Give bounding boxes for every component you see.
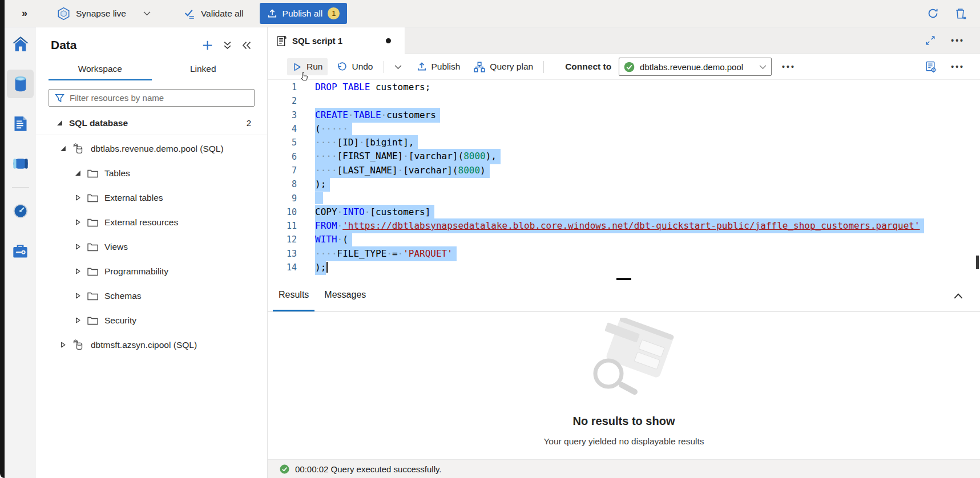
- tab-more-actions-icon[interactable]: •••: [951, 36, 965, 45]
- folder-icon: [87, 242, 98, 252]
- expand-arrow-icon[interactable]: [75, 244, 81, 250]
- branch-mode-label: Synapse live: [76, 9, 126, 19]
- code-line-6[interactable]: 6····[FIRST_NAME]·[varchar](8000),: [268, 149, 980, 163]
- nav-data[interactable]: [5, 67, 36, 100]
- run-button[interactable]: Run: [287, 58, 328, 75]
- expand-arrow-icon[interactable]: [75, 219, 81, 225]
- code-line-5[interactable]: 5····[ID]·[bigint],: [268, 136, 980, 149]
- discard-all-icon[interactable]: [955, 7, 966, 19]
- nav-develop[interactable]: [5, 107, 36, 140]
- query-plan-button[interactable]: Query plan: [469, 58, 538, 76]
- expand-arrow-icon[interactable]: [75, 293, 81, 299]
- expand-arrow-icon[interactable]: [60, 342, 66, 348]
- nav-monitor[interactable]: [5, 195, 36, 228]
- expand-arrow-icon[interactable]: [75, 268, 81, 274]
- tree-root-sql-database[interactable]: SQL database 2: [36, 111, 267, 135]
- nav-home[interactable]: [5, 27, 36, 60]
- tab-results[interactable]: Results: [273, 280, 314, 311]
- line-number: 12: [268, 234, 297, 245]
- code-line-11[interactable]: 11FROM·'https://dbtlabsynapsedatalake.bl…: [268, 219, 980, 233]
- code-line-10[interactable]: 10COPY·INTO·[customers]: [268, 205, 980, 219]
- tree-item[interactable]: Views: [36, 234, 267, 259]
- tree-item[interactable]: External tables: [36, 185, 267, 210]
- collapse-panel-icon[interactable]: [242, 41, 251, 50]
- code-line-9[interactable]: 9: [268, 191, 980, 205]
- collapse-arrow-icon[interactable]: [75, 170, 81, 176]
- tree-item-label: Views: [104, 242, 128, 252]
- line-number: 7: [268, 165, 297, 176]
- branch-mode-selector[interactable]: Synapse live: [57, 7, 151, 21]
- collapse-arrow-icon[interactable]: [60, 145, 66, 152]
- tab-sql-script-1[interactable]: SQL script 1: [268, 27, 405, 54]
- chevron-down-icon: [143, 11, 151, 16]
- publish-upload-icon: [417, 62, 427, 72]
- expand-arrow-icon[interactable]: [75, 317, 81, 323]
- no-results-title: No results to show: [573, 415, 675, 428]
- code-line-1[interactable]: 1DROP TABLE customers;: [268, 80, 980, 94]
- query-plan-icon: [474, 62, 485, 72]
- code-line-3[interactable]: 3CREATE·TABLE·customers: [268, 108, 980, 122]
- folder-icon: [87, 316, 98, 325]
- line-content: ····[FIRST_NAME]·[varchar](8000),: [297, 149, 501, 164]
- editor-more-icon[interactable]: •••: [951, 62, 965, 71]
- tab-linked[interactable]: Linked: [152, 59, 255, 80]
- code-line-8[interactable]: 8);: [268, 177, 980, 191]
- tree-item[interactable]: Tables: [36, 161, 267, 185]
- line-content: ····[ID]·[bigint],: [297, 135, 418, 150]
- validate-all-button[interactable]: Validate all: [184, 8, 244, 19]
- undo-redo-dropdown-icon[interactable]: [389, 61, 407, 73]
- tab-workspace[interactable]: Workspace: [49, 59, 152, 80]
- code-line-7[interactable]: 7····[LAST_NAME]·[varchar](8000): [268, 164, 980, 177]
- results-tabbar: Results Messages: [268, 280, 980, 312]
- expand-arrow-icon[interactable]: [57, 120, 63, 126]
- line-content: );: [297, 260, 328, 275]
- refresh-icon[interactable]: [927, 7, 939, 19]
- text-cursor: [326, 262, 328, 273]
- manage-icon: [12, 244, 29, 259]
- query-plan-label: Query plan: [490, 62, 533, 72]
- code-line-4[interactable]: 4(·····: [268, 122, 980, 136]
- collapse-all-icon[interactable]: [223, 40, 232, 50]
- line-number: 10: [268, 207, 297, 217]
- code-line-13[interactable]: 13····FILE_TYPE·=·'PARQUET': [268, 247, 980, 261]
- tree-item[interactable]: External resources: [36, 210, 267, 234]
- add-resource-icon[interactable]: [202, 40, 213, 51]
- properties-icon[interactable]: [925, 61, 937, 73]
- code-line-12[interactable]: 12WITH·(: [268, 233, 980, 246]
- line-number: 13: [268, 249, 297, 259]
- nav-integrate[interactable]: [5, 147, 36, 180]
- data-panel-tabs: Workspace Linked: [36, 59, 267, 80]
- undo-label: Undo: [352, 62, 373, 72]
- line-content: ····[LAST_NAME]·[varchar](8000): [297, 163, 490, 178]
- filter-input[interactable]: [70, 93, 248, 103]
- expand-nav-icon[interactable]: »: [22, 7, 27, 19]
- sql-code-editor[interactable]: 1DROP TABLE customers;23CREATE·TABLE·cus…: [268, 80, 980, 278]
- expand-arrow-icon[interactable]: [75, 195, 81, 201]
- tree-item[interactable]: Schemas: [36, 283, 267, 308]
- publish-label: Publish: [431, 62, 461, 72]
- sql-pool-icon: [72, 143, 84, 155]
- nav-manage[interactable]: [5, 234, 36, 268]
- data-panel-header: Data: [36, 27, 267, 54]
- expand-editor-icon[interactable]: [925, 35, 935, 46]
- pool-select[interactable]: dbtlabs.revenue.demo.pool: [619, 58, 772, 76]
- undo-button[interactable]: Undo: [331, 58, 378, 75]
- editor-scrollbar-thumb[interactable]: [976, 256, 979, 269]
- editor-tab-title: SQL script 1: [292, 36, 342, 46]
- tree-item[interactable]: dbtmsft.azsyn.cipool (SQL): [36, 333, 267, 357]
- collapse-results-icon[interactable]: [954, 293, 980, 299]
- code-line-2[interactable]: 2: [268, 94, 980, 108]
- undo-icon: [336, 62, 347, 72]
- publish-button[interactable]: Publish: [412, 58, 466, 75]
- tab-messages[interactable]: Messages: [318, 280, 372, 311]
- tree-item[interactable]: dbtlabs.revenue.demo.pool (SQL): [36, 136, 267, 161]
- tree-item[interactable]: Programmability: [36, 259, 267, 283]
- line-number: 3: [268, 110, 297, 120]
- tree-item[interactable]: Security: [36, 308, 267, 333]
- toolbar-more-icon[interactable]: •••: [782, 62, 796, 71]
- code-line-14[interactable]: 14);: [268, 261, 980, 274]
- validate-all-label: Validate all: [201, 9, 244, 19]
- publish-all-button[interactable]: Publish all 1: [260, 3, 348, 24]
- folder-icon: [87, 267, 98, 276]
- data-panel: Data Workspace Linked: [36, 27, 268, 478]
